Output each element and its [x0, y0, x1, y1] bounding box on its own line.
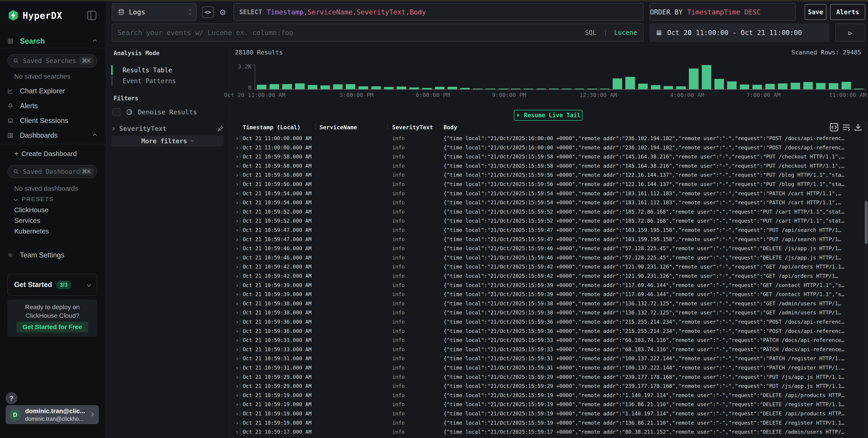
get-started-free-button[interactable]: Get Started for Free — [17, 322, 88, 332]
preset-item-kubernetes[interactable]: Kubernetes — [14, 227, 49, 235]
expand-chevron-icon[interactable]: › — [235, 355, 239, 362]
expand-chevron-icon[interactable]: › — [235, 364, 239, 372]
wrap-lines-icon[interactable] — [841, 123, 851, 132]
scrollbar-thumb[interactable] — [865, 201, 868, 244]
table-row[interactable]: ›Oct 21 10:59:54.000 AMinfo{"time_local"… — [229, 189, 868, 198]
source-select[interactable]: Logs — [112, 3, 197, 21]
table-row[interactable]: ›Oct 21 10:59:19.000 AMinfo{"time_local"… — [229, 391, 868, 400]
table-row[interactable]: ›Oct 21 10:59:36.000 AMinfo{"time_local"… — [229, 317, 868, 326]
expand-chevron-icon[interactable]: › — [235, 419, 239, 427]
table-row[interactable]: ›Oct 21 10:59:46.000 AMinfo{"time_local"… — [229, 244, 868, 253]
expand-chevron-icon[interactable]: › — [235, 263, 239, 271]
histogram-bar[interactable] — [803, 82, 813, 89]
table-row[interactable]: ›Oct 21 10:59:52.000 AMinfo{"time_local"… — [229, 216, 868, 225]
table-row[interactable]: ›Oct 21 10:59:38.000 AMinfo{"time_local"… — [229, 308, 868, 317]
expand-chevron-icon[interactable]: › — [235, 281, 239, 289]
histogram-bar[interactable] — [486, 89, 495, 89]
histogram-bar[interactable] — [613, 78, 622, 89]
order-by-input[interactable]: ORDER BY TimestampTime DESC — [650, 3, 796, 21]
expand-chevron-icon[interactable]: › — [235, 245, 239, 252]
histogram-bar[interactable] — [689, 68, 699, 89]
table-code-view-icon[interactable] — [829, 123, 839, 132]
col-severitytext[interactable]: SeverityText — [392, 124, 433, 131]
histogram-bar[interactable] — [295, 83, 305, 89]
histogram-bar[interactable] — [765, 84, 775, 89]
collapse-sidebar-icon[interactable] — [87, 11, 96, 20]
mode-results-table[interactable]: Results Table — [111, 65, 220, 75]
table-row[interactable]: ›Oct 21 10:59:47.000 AMinfo{"time_local"… — [229, 225, 868, 235]
histogram-bar[interactable] — [473, 89, 483, 89]
sidebar-item-alerts[interactable]: Alerts — [0, 100, 106, 112]
table-row[interactable]: ›Oct 21 10:59:17.000 AMinfo{"time_local"… — [229, 427, 868, 436]
language-sql-toggle[interactable]: SQL — [585, 29, 597, 36]
histogram-bar[interactable] — [638, 83, 648, 89]
sidebar-item-search[interactable]: Search — [0, 35, 106, 47]
table-row[interactable]: ›Oct 21 10:59:52.000 AMinfo{"time_local"… — [229, 207, 868, 216]
histogram-bar[interactable] — [435, 87, 444, 89]
histogram-bar[interactable] — [359, 86, 368, 89]
sidebar-item-team-settings[interactable]: Team Settings — [0, 249, 106, 261]
sql-editor-button[interactable]: <> — [202, 6, 214, 18]
table-row[interactable]: ›Oct 21 10:59:58.000 AMinfo{"time_local"… — [229, 161, 868, 170]
source-settings-button[interactable]: ⚙ — [217, 5, 229, 18]
histogram-bar[interactable] — [333, 84, 343, 89]
more-filters-button[interactable]: More filters — [111, 136, 223, 146]
table-row[interactable]: ›Oct 21 10:59:46.000 AMinfo{"time_local"… — [229, 253, 868, 262]
table-row[interactable]: ›Oct 21 10:59:39.000 AMinfo{"time_local"… — [229, 280, 868, 290]
expand-chevron-icon[interactable]: › — [235, 291, 239, 298]
expand-chevron-icon[interactable]: › — [235, 227, 239, 234]
table-row[interactable]: ›Oct 21 10:59:19.000 AMinfo{"time_local"… — [229, 409, 868, 418]
histogram-bar[interactable] — [308, 85, 317, 89]
histogram-bar[interactable] — [740, 85, 749, 89]
table-row[interactable]: ›Oct 21 10:59:36.000 AMinfo{"time_local"… — [229, 326, 868, 336]
presets-toggle[interactable]: PRESETS — [14, 196, 54, 203]
expand-chevron-icon[interactable]: › — [235, 318, 239, 326]
search-input[interactable]: Search your events w/ Lucene ex. column:… — [112, 24, 644, 42]
table-row[interactable]: ›Oct 21 10:59:42.000 AMinfo{"time_local"… — [229, 262, 868, 271]
histogram-bar[interactable] — [549, 89, 559, 89]
mode-event-patterns[interactable]: Event Patterns — [111, 75, 220, 86]
table-row[interactable]: ›Oct 21 10:59:47.000 AMinfo{"time_local"… — [229, 235, 868, 244]
histogram-bar[interactable] — [397, 87, 406, 89]
column-resize-icon[interactable]: ⋮ — [313, 123, 318, 130]
column-resize-icon[interactable]: ⋮ — [385, 123, 391, 130]
histogram-bar[interactable] — [854, 89, 864, 89]
expand-chevron-icon[interactable]: › — [235, 382, 239, 390]
download-icon[interactable] — [853, 123, 863, 132]
table-row[interactable]: ›Oct 21 10:59:56.000 AMinfo{"time_local"… — [229, 170, 868, 179]
table-row[interactable]: ›Oct 21 10:59:54.000 AMinfo{"time_local"… — [229, 198, 868, 207]
table-row[interactable]: ›Oct 21 10:59:29.000 AMinfo{"time_local"… — [229, 372, 868, 381]
col-timestamp[interactable]: Timestamp (Local) — [243, 124, 301, 131]
expand-chevron-icon[interactable]: › — [235, 171, 239, 179]
expand-chevron-icon[interactable]: › — [235, 392, 239, 399]
table-row[interactable]: ›Oct 21 10:59:38.000 AMinfo{"time_local"… — [229, 299, 868, 308]
histogram-bar[interactable] — [841, 82, 851, 89]
table-row[interactable]: ›Oct 21 11:00:00.000 AMinfo{"time_local"… — [229, 134, 868, 143]
histogram-bar[interactable] — [714, 79, 724, 89]
help-button[interactable]: ? — [6, 392, 18, 404]
histogram-bar[interactable] — [829, 83, 838, 89]
histogram-bar[interactable] — [371, 86, 381, 89]
table-row[interactable]: ›Oct 21 10:59:39.000 AMinfo{"time_local"… — [229, 290, 868, 299]
preset-item-clickhouse[interactable]: ClickHouse — [14, 206, 49, 214]
col-servicename[interactable]: ServiceName — [319, 124, 357, 131]
table-row[interactable]: ›Oct 21 10:59:33.000 AMinfo{"time_local"… — [229, 335, 868, 345]
resume-live-tail-button[interactable]: Resume Live Tail — [514, 110, 583, 121]
histogram-bar[interactable] — [511, 89, 521, 89]
table-row[interactable]: ›Oct 21 10:59:56.000 AMinfo{"time_local"… — [229, 179, 868, 189]
scrollbar-track[interactable] — [864, 121, 868, 438]
table-row[interactable]: ›Oct 21 10:59:19.000 AMinfo{"time_local"… — [229, 418, 868, 427]
table-row[interactable]: ›Oct 21 10:59:29.000 AMinfo{"time_local"… — [229, 381, 868, 391]
expand-chevron-icon[interactable]: › — [235, 401, 239, 408]
histogram-bar[interactable] — [727, 81, 737, 89]
histogram-bar[interactable] — [651, 85, 660, 89]
column-resize-icon[interactable]: ⋮ — [437, 123, 443, 130]
expand-chevron-icon[interactable]: › — [235, 428, 239, 436]
histogram-bar[interactable] — [587, 89, 597, 89]
language-lucene-toggle[interactable]: Lucene — [614, 29, 637, 36]
histogram-bar[interactable] — [562, 89, 571, 89]
sidebar-item-client-sessions[interactable]: Client Sessions — [0, 115, 106, 127]
histogram-bar[interactable] — [498, 89, 508, 89]
histogram-bar[interactable] — [257, 85, 267, 89]
table-row[interactable]: ›Oct 21 10:59:42.000 AMinfo{"time_local"… — [229, 271, 868, 280]
